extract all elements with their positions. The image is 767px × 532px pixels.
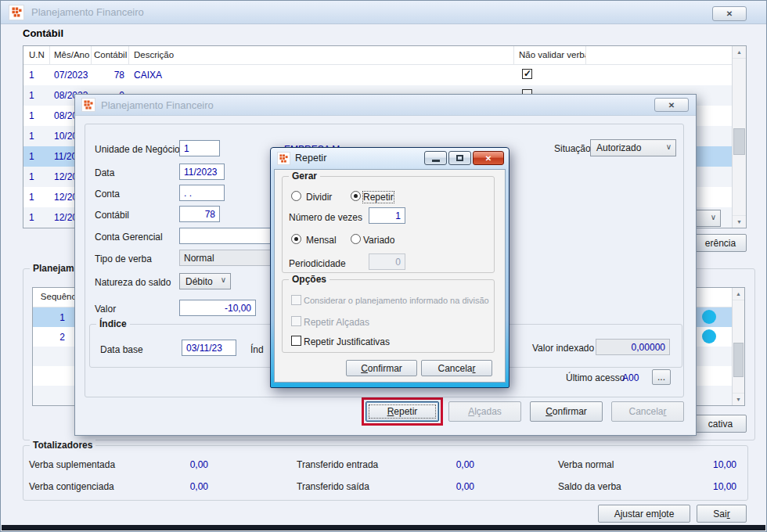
saldo-da-verba-label: Saldo da verba <box>558 481 621 492</box>
mensal-radio-label[interactable]: Mensal <box>306 235 337 246</box>
natureza-saldo-label: Natureza do saldo <box>95 277 171 288</box>
repetir-cancelar-button[interactable]: Cancelar <box>421 360 492 376</box>
scrollbar-thumb[interactable] <box>733 128 745 155</box>
valor-field[interactable]: -10,00 <box>179 300 256 316</box>
ajustar-em-lote-button[interactable]: Ajustar em lote <box>598 505 690 523</box>
natureza-saldo-value: Débito <box>185 276 213 287</box>
dialog-close-button[interactable] <box>654 98 689 112</box>
valor-label: Valor <box>95 304 116 315</box>
justificativa-button-partial[interactable]: cativa <box>694 415 747 433</box>
dividir-radio[interactable] <box>291 191 301 201</box>
repetir-alcadas-checkbox <box>291 316 301 326</box>
column-header-filler <box>586 46 746 64</box>
contabil-field[interactable]: 78 <box>179 206 220 222</box>
status-dot-icon <box>702 310 716 324</box>
numero-de-vezes-field[interactable]: 1 <box>369 207 405 224</box>
repetir-radio[interactable] <box>351 191 361 201</box>
column-header-un[interactable]: U.N <box>23 46 50 64</box>
situacao-value: Autorizado <box>596 142 641 153</box>
valor-indexado-field: 0,00000 <box>596 339 670 355</box>
repetir-dialog-body: Gerar Dividir Repetir Número de vezes 1 … <box>274 169 506 383</box>
confirmar-button[interactable]: Confirmar <box>530 401 603 422</box>
sair-button[interactable]: Sair <box>697 505 747 523</box>
cell-un: 1 <box>23 212 50 223</box>
verba-normal-value: 10,00 <box>674 459 736 470</box>
considerar-checkbox-label: Considerar o planejamento informado na d… <box>304 296 489 305</box>
verba-suplementada-label: Verba suplementada <box>29 459 115 470</box>
indice-partial-label: Índ <box>250 344 264 355</box>
conta-gerencial-field[interactable] <box>179 228 272 244</box>
situacao-combobox[interactable]: Autorizado <box>590 139 676 156</box>
app-logo-glyph <box>12 7 22 17</box>
scroll-up-icon[interactable] <box>733 46 746 59</box>
gerar-group-title: Gerar <box>289 171 320 182</box>
status-dot-icon <box>702 329 716 343</box>
scroll-down-icon[interactable] <box>733 393 744 405</box>
dialog-titlebar: Planejamento Financeiro <box>75 95 696 116</box>
contabil-section-title: Contábil <box>23 27 63 39</box>
scroll-down-icon[interactable] <box>733 215 746 228</box>
table-row[interactable]: 1 07/2023 78 CAIXA <box>23 65 746 85</box>
cancelar-button: Cancelar <box>611 401 684 422</box>
maximize-button[interactable] <box>448 151 471 165</box>
indice-group-title: Índice <box>96 318 130 329</box>
repetir-justificativas-checkbox[interactable] <box>291 336 301 346</box>
minimize-icon <box>432 160 440 162</box>
planejamento-grid-scrollbar[interactable] <box>732 288 744 405</box>
repetir-justificativas-checkbox-label[interactable]: Repetir Justificativas <box>304 336 390 347</box>
ultimo-acesso-label: Último acesso <box>566 372 625 383</box>
tipo-verba-label: Tipo de verba <box>95 253 152 264</box>
column-header-descricao[interactable]: Descrição <box>129 46 514 64</box>
opcoes-group-title: Opções <box>289 274 329 285</box>
periodicidade-label: Periodicidade <box>289 258 346 269</box>
saldo-da-verba-value: 10,00 <box>674 481 736 492</box>
cell-un: 1 <box>23 110 50 121</box>
chevron-down-icon <box>711 213 716 221</box>
situacao-label: Situação <box>554 143 591 154</box>
repetir-radio-label[interactable]: Repetir <box>363 192 394 203</box>
data-label: Data <box>95 167 114 178</box>
nao-validar-checkbox[interactable] <box>522 69 532 79</box>
maximize-icon <box>456 155 463 161</box>
ultimo-acesso-value: A00 <box>622 372 639 383</box>
transferido-entrada-value: 0,00 <box>412 459 474 470</box>
main-close-button[interactable] <box>712 6 747 21</box>
repetir-dialog: Repetir Gerar Dividir Repetir Número de … <box>270 147 510 388</box>
variado-radio-label[interactable]: Variado <box>363 235 394 246</box>
natureza-saldo-combobox[interactable]: Débito <box>179 273 231 289</box>
verba-contigenciada-value: 0,00 <box>146 481 208 492</box>
chevron-down-icon <box>666 142 672 151</box>
column-header-nao-validar[interactable]: Não validar verba <box>514 46 586 64</box>
scrollbar-thumb[interactable] <box>733 343 744 377</box>
conta-field[interactable]: . . <box>179 185 225 201</box>
dividir-radio-label[interactable]: Dividir <box>306 192 332 203</box>
repetir-confirmar-button[interactable]: Confirmar <box>346 360 417 376</box>
mensal-radio[interactable] <box>291 234 301 244</box>
totalizadores-groupbox: Totalizadores <box>23 445 748 501</box>
data-base-field[interactable]: 03/11/23 <box>182 340 236 356</box>
cell-descricao: CAIXA <box>129 70 514 81</box>
transferencia-button-partial[interactable]: erência <box>694 234 747 252</box>
cell-un: 1 <box>23 151 50 162</box>
column-header-contabil[interactable]: Contábil <box>92 46 129 64</box>
totalizadores-group-title: Totalizadores <box>30 440 95 451</box>
minimize-button[interactable] <box>424 151 447 165</box>
browse-button[interactable]: ... <box>652 369 671 385</box>
column-header-mes-ano[interactable]: Mês/Ano <box>50 46 92 64</box>
considerar-checkbox <box>291 295 301 305</box>
close-button[interactable] <box>473 151 504 165</box>
alcadas-button: Alçadas <box>448 401 521 422</box>
contabil-grid-scrollbar[interactable] <box>732 46 746 228</box>
data-field[interactable]: 11/2023 <box>179 164 225 180</box>
contabil-grid-header: U.N Mês/Ano Contábil Descrição Não valid… <box>23 46 746 65</box>
variado-radio[interactable] <box>351 234 361 244</box>
scroll-up-icon[interactable] <box>733 288 744 300</box>
verba-suplementada-value: 0,00 <box>146 459 208 470</box>
valor-indexado-label: Valor indexado <box>532 343 594 354</box>
repetir-dialog-title: Repetir <box>295 153 326 164</box>
chevron-down-icon <box>221 275 226 284</box>
red-highlight-annotation <box>362 397 443 426</box>
transferido-saida-value: 0,00 <box>412 481 474 492</box>
repetir-alcadas-checkbox-label: Repetir Alçadas <box>304 317 369 328</box>
unidade-negocio-field[interactable]: 1 <box>179 140 220 156</box>
